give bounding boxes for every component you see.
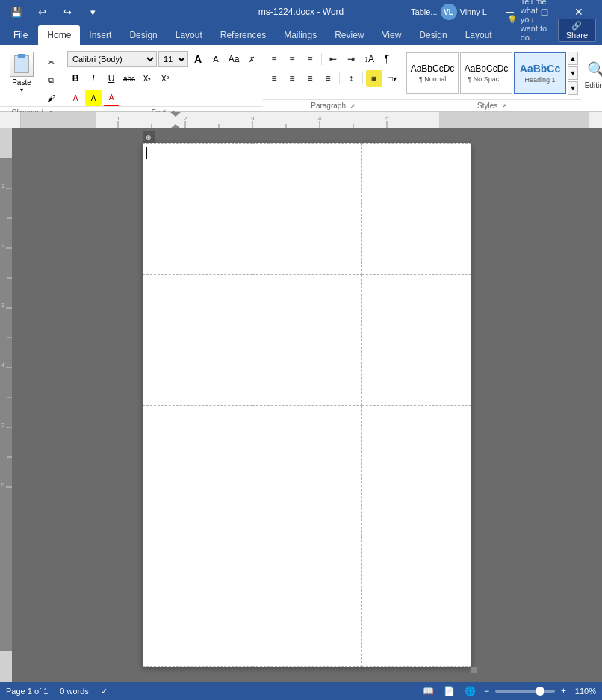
subscript-button[interactable]: X₂ — [139, 70, 155, 87]
font-color-button[interactable]: A — [103, 90, 120, 106]
document-page: ⊕ — [143, 143, 471, 667]
table-cell-2-2[interactable] — [252, 275, 361, 406]
bullets-button[interactable]: ≡ — [266, 51, 282, 67]
align-left-button[interactable]: ≡ — [266, 70, 282, 87]
strikethrough-button[interactable]: abc — [121, 70, 137, 87]
table-cell-4-3[interactable] — [361, 536, 471, 667]
style-no-spacing[interactable]: AaBbCcDc ¶ No Spac... — [460, 52, 512, 94]
ribbon: Paste ▾ ✂ ⧉ 🖌 Clipboard ↗ Calibri (Body) — [0, 45, 602, 112]
table-cell-1-1[interactable] — [143, 144, 252, 275]
superscript-button[interactable]: X² — [157, 70, 173, 87]
table-row — [143, 406, 471, 536]
svg-text:4: 4 — [1, 362, 4, 368]
style-normal[interactable]: AaBbCcDc ¶ Normal — [406, 52, 459, 94]
styles-gallery: AaBbCcDc ¶ Normal AaBbCcDc ¶ No Spac... … — [406, 51, 578, 96]
editing-label[interactable]: Editing — [585, 81, 602, 90]
table-resize-handle[interactable] — [471, 667, 477, 673]
tab-mailings[interactable]: Mailings — [275, 25, 326, 45]
increase-indent-button[interactable]: ⇥ — [343, 51, 359, 67]
numbering-button[interactable]: ≡ — [284, 51, 300, 67]
justify-button[interactable]: ≡ — [320, 70, 336, 87]
zoom-in-button[interactable]: + — [561, 686, 566, 696]
font-grow-button[interactable]: A — [190, 51, 206, 67]
share-button[interactable]: 🔗 Share — [558, 19, 596, 42]
decrease-indent-button[interactable]: ⇤ — [325, 51, 341, 67]
table-cell-2-1[interactable] — [143, 275, 252, 406]
document-area[interactable]: ⊕ — [12, 128, 602, 682]
tab-design[interactable]: Design — [120, 25, 166, 45]
font-size-select[interactable]: 11 — [158, 51, 188, 67]
print-layout-button[interactable]: 📄 — [442, 684, 457, 699]
line-spacing-button[interactable]: ↕ — [343, 70, 359, 87]
font-row1: Calibri (Body) 11 A A Aa ✗ — [67, 51, 260, 67]
align-right-button[interactable]: ≡ — [302, 70, 318, 87]
tab-layout2[interactable]: Layout — [456, 25, 501, 45]
style-no-spacing-label: ¶ No Spac... — [468, 75, 504, 83]
zoom-out-button[interactable]: − — [484, 686, 489, 696]
show-marks-button[interactable]: ¶ — [379, 51, 395, 67]
styles-scroll-down[interactable]: ▼ — [568, 66, 578, 80]
undo-button[interactable]: ↩ — [31, 1, 52, 22]
table-cell-4-1[interactable] — [143, 536, 252, 667]
paragraph-expand[interactable]: ↗ — [350, 102, 356, 110]
styles-more[interactable]: ▼ — [568, 81, 578, 95]
web-layout-button[interactable]: 🌐 — [463, 684, 478, 699]
styles-expand[interactable]: ↗ — [501, 102, 507, 110]
text-effects-button[interactable]: A — [67, 90, 84, 106]
table-cell-3-1[interactable] — [143, 406, 252, 536]
font-shrink-button[interactable]: A — [208, 51, 224, 67]
styles-label: Styles ↗ — [403, 99, 581, 111]
svg-text:5: 5 — [385, 115, 389, 122]
italic-button[interactable]: I — [85, 70, 102, 87]
word-count: 0 words — [60, 687, 89, 696]
borders-button[interactable]: □▾ — [384, 70, 400, 87]
user-area[interactable]: VL Vinny L — [441, 4, 488, 20]
zoom-slider[interactable] — [495, 690, 555, 693]
copy-button[interactable]: ⧉ — [40, 72, 61, 88]
tab-file[interactable]: File — [3, 25, 38, 45]
style-heading1[interactable]: AaBbCc Heading 1 — [514, 52, 566, 94]
document-table — [143, 143, 471, 667]
table-cell-4-2[interactable] — [252, 536, 361, 667]
table-cell-3-2[interactable] — [252, 406, 361, 536]
tab-view[interactable]: View — [373, 25, 411, 45]
vruler-svg: 1 2 3 4 5 6 — [0, 128, 12, 682]
bold-button[interactable]: B — [67, 70, 84, 87]
customize-qat-button[interactable]: ▾ — [82, 1, 103, 22]
shading-button[interactable]: ▦ — [366, 70, 382, 87]
paste-button[interactable]: Paste ▾ — [3, 51, 40, 94]
tab-references[interactable]: References — [211, 25, 275, 45]
sort-button[interactable]: ↕A — [361, 51, 377, 67]
styles-scroll-up[interactable]: ▲ — [568, 52, 578, 65]
tab-home[interactable]: Home — [38, 25, 80, 45]
paste-label: Paste — [12, 78, 31, 87]
table-cell-3-3[interactable] — [361, 406, 471, 536]
tell-me-icon: 💡 — [507, 15, 518, 25]
align-center-button[interactable]: ≡ — [284, 70, 300, 87]
table-cell-1-2[interactable] — [252, 144, 361, 275]
main-area: 1 2 3 4 5 6 ⊕ — [0, 128, 602, 682]
zoom-percent[interactable]: 110% — [572, 687, 596, 696]
underline-button[interactable]: U — [103, 70, 120, 87]
tab-insert[interactable]: Insert — [80, 25, 120, 45]
save-button[interactable]: 💾 — [6, 1, 27, 22]
text-highlight-button[interactable]: A — [85, 90, 102, 106]
table-cell-2-3[interactable] — [361, 275, 471, 406]
redo-button[interactable]: ↪ — [57, 1, 78, 22]
tab-design2[interactable]: Design — [410, 25, 456, 45]
clear-format-button[interactable]: ✗ — [243, 51, 260, 67]
multilevel-button[interactable]: ≡ — [302, 51, 318, 67]
cut-button[interactable]: ✂ — [40, 54, 61, 70]
text-cursor — [146, 147, 147, 159]
tab-layout[interactable]: Layout — [167, 25, 211, 45]
table-move-handle[interactable]: ⊕ — [143, 131, 155, 143]
paste-dropdown-icon[interactable]: ▾ — [20, 87, 23, 93]
format-painter-button[interactable]: 🖌 — [40, 90, 61, 106]
tell-me-label[interactable]: Tell me what you want to do... — [521, 0, 549, 42]
table-cell-1-3[interactable] — [361, 144, 471, 275]
read-mode-button[interactable]: 📖 — [421, 684, 436, 699]
ruler-corner — [0, 112, 21, 128]
tab-review[interactable]: Review — [326, 25, 373, 45]
font-name-select[interactable]: Calibri (Body) — [67, 51, 157, 67]
change-case-button[interactable]: Aa — [226, 51, 242, 67]
